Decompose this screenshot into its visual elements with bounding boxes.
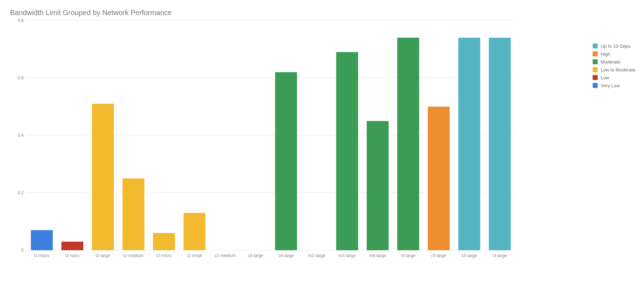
legend-swatch	[593, 67, 598, 72]
bar	[31, 230, 53, 250]
x-tick-label: r3-large	[423, 253, 454, 258]
bar	[153, 233, 175, 250]
chart-title: Bandwidth Limit Grouped by Network Perfo…	[10, 9, 638, 17]
x-tick-label: i3-large	[485, 253, 515, 258]
legend-item: Low	[593, 74, 635, 82]
legend-label: Very Low	[601, 83, 620, 88]
bar-slot: m4-large	[362, 20, 393, 250]
bar	[61, 242, 83, 250]
x-tick-label: t2-small	[179, 253, 210, 258]
legend-item: Up to 10 Gbps	[593, 42, 635, 50]
bar-slot: t2-small	[179, 20, 210, 250]
x-tick-label: t2-nano	[57, 253, 88, 258]
legend-swatch	[593, 43, 598, 48]
bar	[397, 38, 419, 250]
bar	[336, 52, 358, 250]
bar-slot: r3-large	[423, 20, 454, 250]
legend-item: Low to Moderate	[593, 66, 635, 74]
bar-slot: c1-medium	[210, 20, 240, 250]
chart-container: Bandwidth Limit Grouped by Network Perfo…	[0, 0, 644, 284]
bar	[122, 178, 144, 250]
legend-label: Up to 10 Gbps	[601, 43, 631, 49]
bar-slot: c5-large	[454, 20, 485, 250]
bar-slot: m1-large	[301, 20, 332, 250]
legend-item: Moderate	[593, 58, 635, 66]
y-tick-label: 0.6	[12, 75, 24, 80]
bar-slot: t2-medium	[118, 20, 149, 250]
legend-swatch	[593, 83, 598, 88]
x-tick-label: m4-large	[362, 253, 393, 258]
x-tick-label: r4-large	[393, 253, 423, 258]
x-tick-label: t1-micro	[27, 253, 57, 258]
bar-slot: c3-large	[240, 20, 271, 250]
y-tick-label: 0.4	[12, 133, 24, 138]
legend-item: High	[593, 50, 635, 58]
legend-item: Very Low	[593, 82, 635, 89]
legend-label: High	[601, 51, 610, 57]
x-tick-label: t2-medium	[118, 253, 149, 258]
bar-slot: i3-large	[485, 20, 515, 250]
x-tick-label: c3-large	[240, 253, 271, 258]
bar	[428, 107, 450, 250]
legend: Up to 10 GbpsHighModerateLow to Moderate…	[593, 42, 635, 89]
y-tick-label: 0.8	[12, 18, 24, 23]
plot-region: 00.20.40.60.8t1-microt2-nanot2-larget2-m…	[27, 20, 515, 250]
y-tick-label: 0	[12, 248, 24, 253]
legend-swatch	[593, 59, 598, 64]
x-tick-label: m1-large	[301, 253, 332, 258]
x-tick-label: m3-large	[332, 253, 362, 258]
chart-area: 00.20.40.60.8t1-microt2-nanot2-larget2-m…	[17, 20, 638, 272]
bar-slot: c4-large	[271, 20, 301, 250]
legend-swatch	[593, 75, 598, 80]
bar-slot: t2-nano	[57, 20, 88, 250]
legend-label: Moderate	[601, 59, 620, 65]
x-tick-label: c4-large	[271, 253, 301, 258]
bar	[92, 104, 114, 250]
bar	[489, 38, 511, 250]
x-tick-label: t2-micro	[149, 253, 179, 258]
bar	[458, 38, 480, 250]
legend-swatch	[593, 51, 598, 56]
bar	[184, 213, 205, 250]
bar-slot: m3-large	[332, 20, 362, 250]
legend-label: Low	[601, 75, 609, 80]
bar	[367, 121, 389, 250]
bar-slot: t1-micro	[27, 20, 57, 250]
y-tick-label: 0.2	[12, 190, 24, 195]
bar-slot: t2-large	[88, 20, 118, 250]
bar	[275, 72, 297, 250]
legend-label: Low to Moderate	[601, 67, 635, 73]
x-tick-label: c1-medium	[210, 253, 240, 258]
x-tick-label: c5-large	[454, 253, 485, 258]
x-tick-label: t2-large	[88, 253, 118, 258]
bar-slot: r4-large	[393, 20, 423, 250]
bar-slot: t2-micro	[149, 20, 179, 250]
